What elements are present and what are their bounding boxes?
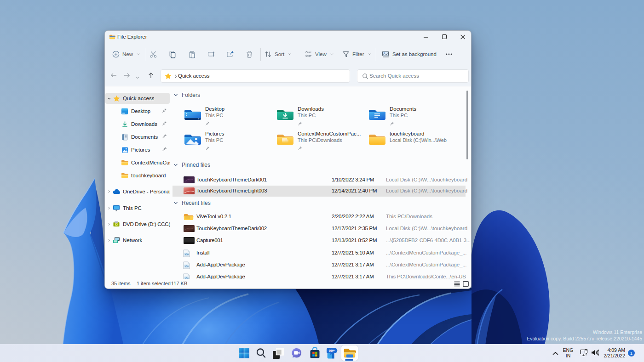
svg-text:99+: 99+ <box>329 349 335 353</box>
